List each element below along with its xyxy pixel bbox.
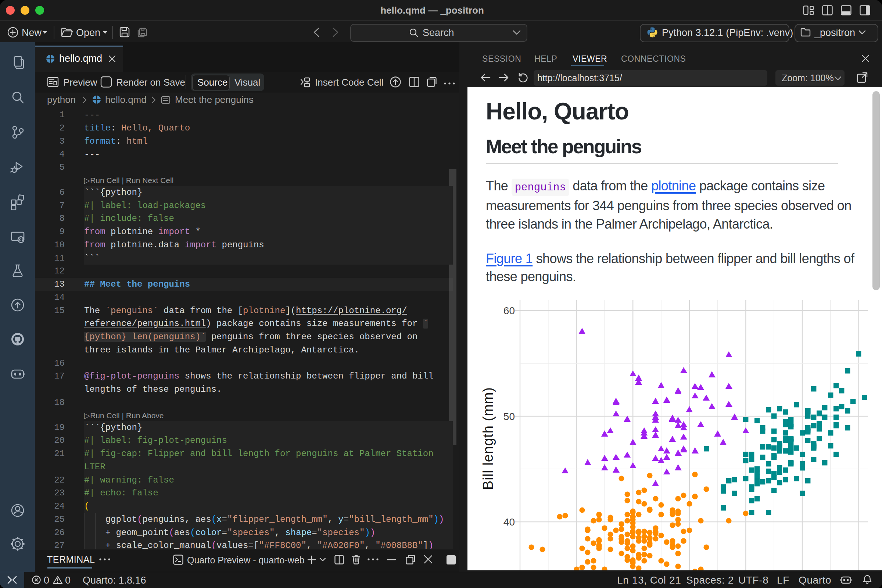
svg-text:60: 60 [504, 305, 515, 316]
svg-text:50: 50 [504, 411, 515, 422]
svg-text:40: 40 [504, 516, 515, 528]
svg-text:Bill length (mm): Bill length (mm) [480, 387, 496, 490]
